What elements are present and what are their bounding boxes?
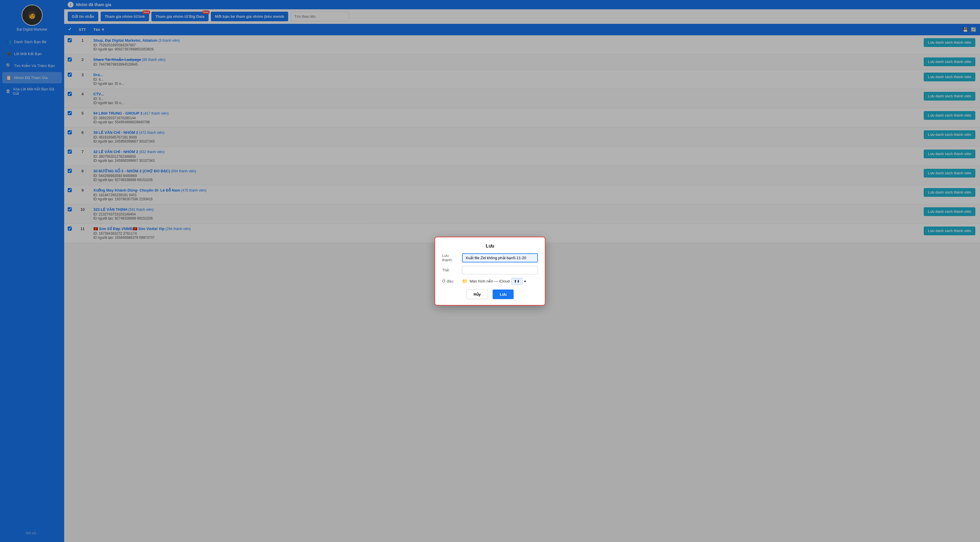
- location-selector: 📁 Màn hình nền — iCloud ⬆⬇ ▾: [462, 278, 538, 285]
- save-as-label: Lưu thành:: [442, 253, 460, 262]
- tag-input[interactable]: [462, 266, 538, 274]
- dialog-location-row: Ở đâu: 📁 Màn hình nền — iCloud ⬆⬇ ▾: [442, 278, 538, 285]
- dropdown-arrow: ⬆⬇: [514, 279, 520, 283]
- location-dropdown[interactable]: ⬆⬇: [511, 278, 522, 285]
- location-text: Màn hình nền — iCloud: [469, 279, 509, 283]
- location-chevron[interactable]: ▾: [524, 279, 526, 283]
- location-label: Ở đâu:: [442, 279, 460, 283]
- dialog-actions: Hủy Lưu: [442, 289, 538, 299]
- folder-icon: 📁: [462, 278, 468, 284]
- luu-button[interactable]: Lưu: [493, 289, 514, 299]
- dialog-save-as-row: Lưu thành:: [442, 253, 538, 262]
- dialog-overlay: Lưu Lưu thành: Thẻ: Ở đâu: 📁 Màn hình nề…: [0, 0, 980, 542]
- dialog-title: Lưu: [442, 243, 538, 249]
- save-dialog: Lưu Lưu thành: Thẻ: Ở đâu: 📁 Màn hình nề…: [434, 237, 546, 305]
- cancel-button[interactable]: Hủy: [466, 289, 488, 299]
- tag-label: Thẻ:: [442, 268, 460, 272]
- save-as-input[interactable]: [462, 253, 538, 262]
- dialog-tag-row: Thẻ:: [442, 266, 538, 274]
